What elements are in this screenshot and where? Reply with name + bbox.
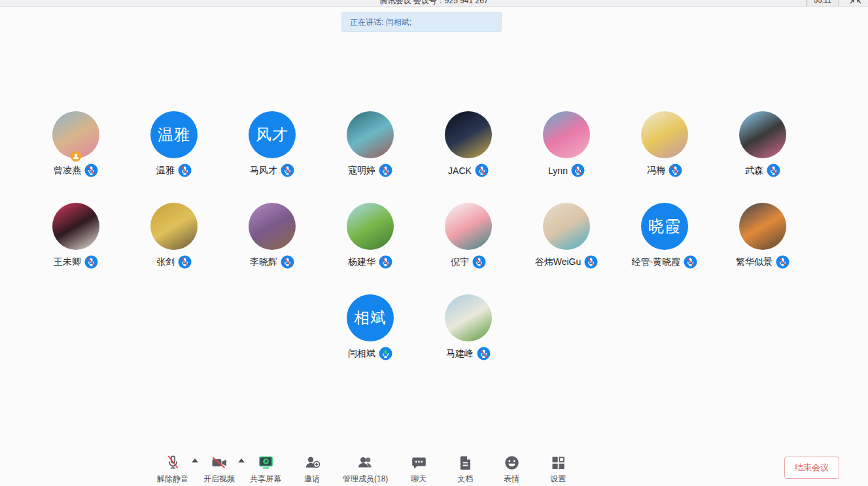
mic-muted-icon xyxy=(475,164,489,177)
participant-name: 李晓辉 xyxy=(250,256,277,268)
participant-tile[interactable]: 马建峰 xyxy=(419,294,517,386)
participant-name-row: JACK xyxy=(448,164,489,177)
participant-name: 张剑 xyxy=(156,256,175,268)
emoji-icon xyxy=(503,454,521,472)
participant-name: 冯梅 xyxy=(647,165,665,177)
document-icon xyxy=(457,454,474,472)
toolbar-item-label: 设置 xyxy=(550,474,566,485)
mic-muted-icon xyxy=(178,255,192,269)
participant-name: 马风才 xyxy=(250,165,277,177)
participant-tile[interactable]: 风才 马风才 xyxy=(223,111,321,203)
participant-name: 曾凌燕 xyxy=(54,165,81,177)
host-badge-icon xyxy=(71,151,81,162)
avatar xyxy=(445,203,492,250)
avatar xyxy=(347,203,394,250)
participant-tile[interactable]: 杨建华 xyxy=(321,203,419,294)
mic-muted-icon xyxy=(584,255,598,269)
active-speaker-banner: 正在讲话: 闫相斌; xyxy=(341,12,502,32)
avatar xyxy=(249,203,296,250)
toolbar-item-label: 共享屏幕 xyxy=(250,474,281,485)
participant-name: JACK xyxy=(448,165,472,176)
chat-icon xyxy=(410,454,428,472)
avatar-initials: 风才 xyxy=(256,127,288,143)
participant-name-row: 冯梅 xyxy=(647,164,682,177)
participant-name-row: 谷炜WeiGu xyxy=(535,255,599,269)
participant-name-row: 温雅 xyxy=(156,164,192,177)
participant-name-row: 繁华似景 xyxy=(736,255,790,269)
mic-muted-icon xyxy=(379,255,392,269)
toolbar-item-settings[interactable]: 设置 xyxy=(542,454,574,485)
avatar xyxy=(543,111,590,158)
mic-muted-icon xyxy=(379,164,392,177)
mic-muted-icon xyxy=(84,255,98,269)
participant-tile[interactable]: 冯梅 xyxy=(616,111,714,203)
avatar xyxy=(52,111,99,158)
participants-grid: 曾凌燕 温雅 温雅 风才 马风才 xyxy=(27,111,812,386)
participant-name-row: 闫相斌 xyxy=(348,347,392,360)
participant-tile[interactable]: 繁华似景 xyxy=(714,203,812,294)
mic-muted-icon xyxy=(472,255,486,269)
participant-name-row: 马风才 xyxy=(250,164,294,177)
participant-tile[interactable]: JACK xyxy=(419,111,517,203)
participant-name: 寇明婷 xyxy=(348,165,375,177)
participant-tile[interactable]: 谷炜WeiGu xyxy=(517,203,616,294)
settings-icon xyxy=(549,454,567,472)
end-meeting-button[interactable]: 结束会议 xyxy=(784,457,839,479)
participant-tile[interactable]: 倪宇 xyxy=(419,203,517,294)
participant-tile[interactable]: Lynn xyxy=(517,111,616,203)
participant-name: 杨建华 xyxy=(348,256,375,268)
toolbar-item-docs[interactable]: 文档 xyxy=(449,454,481,485)
participant-tile[interactable]: 寇明婷 xyxy=(321,111,419,203)
mic-muted-icon xyxy=(684,255,697,269)
mic-muted-icon xyxy=(164,454,182,472)
participant-name-row: 李晓辉 xyxy=(250,255,294,269)
toolbar-item-share-screen[interactable]: 共享屏幕 xyxy=(250,454,281,485)
avatar xyxy=(52,203,99,250)
participant-name-row: 经管-黄晓霞 xyxy=(632,255,698,269)
avatar: 晓霞 xyxy=(641,203,688,250)
toolbar-item-unmute[interactable]: 解除静音 xyxy=(157,454,188,485)
mic-on-icon xyxy=(379,347,392,360)
participant-tile[interactable]: 曾凌燕 xyxy=(27,111,125,203)
participant-tile[interactable]: 王未卿 xyxy=(27,203,125,294)
toolbar-item-label: 聊天 xyxy=(411,474,426,485)
participant-name-row: 杨建华 xyxy=(348,255,392,269)
participant-name-row: 曾凌燕 xyxy=(54,164,98,177)
toolbar-item-invite[interactable]: 邀请 xyxy=(296,454,328,485)
participant-tile[interactable]: 张剑 xyxy=(125,203,223,294)
participant-tile[interactable]: 晓霞 经管-黄晓霞 xyxy=(616,203,714,294)
fullscreen-toggle-icon[interactable] xyxy=(848,0,863,5)
participant-name: 倪宇 xyxy=(451,256,469,268)
participant-name-row: 王未卿 xyxy=(54,255,98,269)
active-speaker-label: 正在讲话: 闫相斌; xyxy=(350,18,411,27)
toolbar-item-emoji[interactable]: 表情 xyxy=(496,454,527,485)
mic-muted-icon xyxy=(571,164,585,177)
participant-name: 闫相斌 xyxy=(348,348,375,360)
expand-arrow-icon[interactable] xyxy=(238,459,245,462)
toolbar-item-label: 管理成员(18) xyxy=(343,474,388,485)
expand-arrow-icon[interactable] xyxy=(192,459,198,462)
mic-muted-icon xyxy=(178,164,192,177)
toolbar-item-manage-members[interactable]: 管理成员(18) xyxy=(343,454,388,485)
participant-name-row: 马建峰 xyxy=(446,347,491,360)
share-screen-icon xyxy=(257,454,275,472)
participant-name: 马建峰 xyxy=(446,348,474,360)
avatar xyxy=(739,111,786,158)
participant-name: 谷炜WeiGu xyxy=(535,256,582,268)
avatar: 风才 xyxy=(249,111,296,158)
camera-off-icon xyxy=(211,454,228,472)
toolbar-item-label: 表情 xyxy=(504,474,519,485)
toolbar-button-group: 解除静音 开启视频 共享屏幕 邀请 管理成员(18) 聊天 xyxy=(157,454,574,485)
toolbar-item-start-video[interactable]: 开启视频 xyxy=(203,454,235,485)
participant-tile[interactable]: 相斌 闫相斌 xyxy=(321,294,419,386)
toolbar-item-label: 解除静音 xyxy=(157,474,188,485)
participant-tile[interactable]: 武森 xyxy=(714,111,812,203)
avatar xyxy=(445,294,492,341)
toolbar-item-chat[interactable]: 聊天 xyxy=(403,454,434,485)
participant-tile[interactable]: 李晓辉 xyxy=(223,203,321,294)
avatar xyxy=(641,111,688,158)
meeting-title: 腾讯会议 会议号：925 941 267 xyxy=(0,0,868,7)
participant-tile[interactable]: 温雅 温雅 xyxy=(125,111,223,203)
participant-name: 武森 xyxy=(745,165,763,177)
avatar xyxy=(150,203,198,250)
